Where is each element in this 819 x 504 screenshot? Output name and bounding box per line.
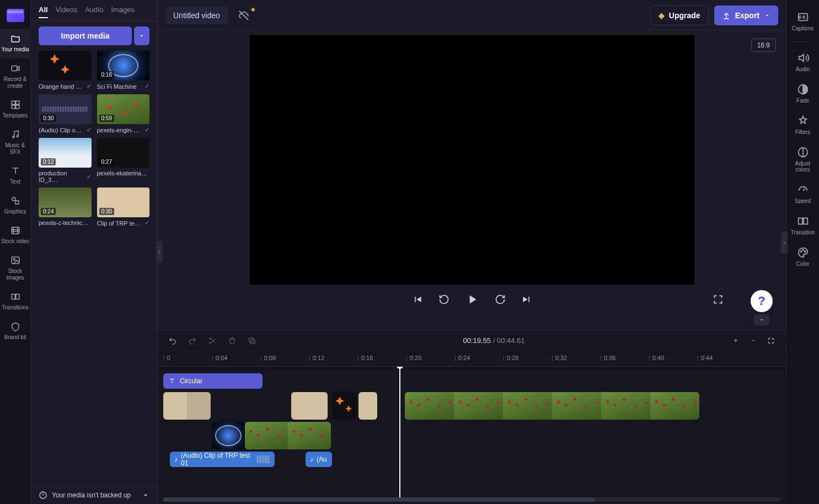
cloud-off-icon[interactable]: ◆ [238, 9, 250, 22]
split-button[interactable] [207, 336, 217, 346]
media-tab-videos[interactable]: Videos [56, 6, 78, 18]
track-video-b [158, 422, 786, 449]
sidebar-item-text[interactable]: Text [0, 161, 31, 191]
sidebar-item-brand-kit[interactable]: Brand kit [0, 317, 31, 346]
playhead[interactable] [399, 367, 400, 497]
zoom-out-button[interactable]: － [748, 336, 758, 346]
rail-item-adjust-colors[interactable]: Adjust colors [786, 142, 820, 179]
sidebar-item-transitions[interactable]: Transitions [0, 287, 31, 317]
transport-bar: ? [158, 286, 786, 313]
video-clip[interactable] [212, 422, 245, 449]
svg-point-11 [13, 259, 15, 260]
zoom-in-button[interactable]: ＋ [731, 336, 741, 346]
main-area: Untitled video ◆ ◆ Upgrade Export [158, 0, 786, 504]
video-clip[interactable] [358, 392, 377, 420]
media-item[interactable]: 0:59 pexels-engin-…✓ [97, 94, 150, 133]
media-grid: Orange hand …✓ 0:16 Sci Fi Machine✓ 0:30… [31, 51, 157, 234]
track-video-a [158, 392, 786, 420]
video-clip[interactable] [405, 392, 699, 420]
rail-item-audio[interactable]: Audio [786, 47, 820, 79]
collapse-rail-button[interactable]: › [781, 232, 788, 254]
fit-timeline-button[interactable] [766, 336, 776, 346]
rail-item-transition[interactable]: Transition [786, 211, 820, 242]
speed-icon [797, 184, 809, 196]
video-clip[interactable] [291, 392, 328, 420]
fullscreen-button[interactable] [711, 292, 725, 307]
backup-status-bar[interactable]: Your media isn't backed up [31, 485, 157, 504]
check-icon: ✓ [87, 173, 92, 180]
media-tab-images[interactable]: Images [111, 6, 135, 18]
import-media-button[interactable]: Import media [39, 26, 132, 45]
collapse-preview-button[interactable] [754, 314, 769, 325]
undo-button[interactable] [168, 336, 178, 346]
shapes-icon [9, 195, 22, 206]
export-label: Export [735, 11, 759, 20]
audio-clip[interactable]: ♪ (Audio) Clip of TRP test 01 [170, 452, 275, 467]
media-item[interactable]: 0:16 Sci Fi Machine✓ [97, 51, 150, 90]
redo-button[interactable] [188, 336, 197, 346]
preview-canvas[interactable] [249, 34, 695, 286]
transitions-icon [9, 291, 22, 302]
media-tab-all[interactable]: All [39, 6, 48, 18]
rail-item-captions[interactable]: Captions [786, 7, 820, 38]
rail-item-color[interactable]: Color [786, 242, 820, 274]
forward-button[interactable] [493, 292, 507, 307]
media-item[interactable]: 0:27 pexels-ekaterina… [97, 138, 150, 183]
video-clip[interactable] [163, 392, 211, 420]
media-name: Orange hand … [39, 83, 82, 90]
color-icon [797, 246, 809, 259]
sidebar-label: Text [10, 179, 20, 185]
sidebar-item-stock-images[interactable]: Stock images [0, 250, 31, 287]
diamond-icon: ◆ [659, 11, 665, 20]
chevron-down-icon [764, 12, 770, 19]
adjust-icon [797, 146, 809, 158]
music-icon: ♪ [174, 455, 178, 463]
delete-button[interactable] [227, 336, 237, 346]
timeline-scrollbar[interactable] [163, 497, 780, 502]
rail-item-speed[interactable]: Speed [786, 179, 820, 211]
sidebar-label: Brand kit [4, 334, 26, 341]
music-icon: ♪ [310, 455, 313, 463]
media-item[interactable]: 0:12 production ID_3…✓ [39, 138, 92, 183]
skip-start-button[interactable] [410, 292, 425, 307]
media-item[interactable]: Orange hand …✓ [39, 51, 92, 90]
text-clip[interactable]: Circular [163, 373, 263, 389]
svg-rect-0 [12, 66, 17, 71]
check-icon: ✓ [87, 83, 92, 90]
media-item[interactable]: 0:30 Clip of TRP te…✓ [97, 187, 150, 227]
sidebar-item-stock-video[interactable]: Stock video [0, 221, 31, 250]
sidebar-label: Record & create [1, 76, 30, 89]
svg-point-16 [210, 342, 211, 344]
sidebar-item-music-sfx[interactable]: Music & SFX [0, 125, 31, 161]
timeline-tracks[interactable]: Circular [158, 367, 786, 497]
skip-end-button[interactable] [520, 292, 534, 307]
svg-point-15 [210, 337, 211, 339]
duplicate-button[interactable] [247, 336, 257, 346]
media-item[interactable]: 0:24 pexels-c-technic… [39, 187, 92, 227]
aspect-ratio-button[interactable]: 16:9 [751, 39, 776, 52]
sidebar-item-record-create[interactable]: Record & create [0, 58, 31, 95]
rail-item-fade[interactable]: Fade [786, 79, 820, 110]
sidebar-item-your-media[interactable]: Your media [0, 29, 31, 58]
timeline-toolbar: 00:19.55 / 00:44.61 ＋ － [158, 330, 786, 351]
rail-item-filters[interactable]: Filters [786, 110, 820, 142]
play-button[interactable] [463, 291, 481, 308]
media-name: pexels-c-technic… [39, 219, 88, 226]
audio-clip[interactable]: ♪ (Au [306, 452, 332, 467]
sidebar-item-templates[interactable]: Templates [0, 95, 31, 125]
video-clip[interactable] [332, 392, 356, 420]
import-media-dropdown[interactable] [134, 26, 149, 45]
upgrade-button[interactable]: ◆ Upgrade [650, 6, 709, 25]
video-clip[interactable] [245, 422, 331, 449]
help-button[interactable]: ? [751, 290, 773, 312]
media-tab-audio[interactable]: Audio [85, 6, 103, 18]
timeline: 00:19.55 / 00:44.61 ＋ － 0 0:04 0:08 0:12… [158, 330, 786, 504]
sidebar-item-graphics[interactable]: Graphics [0, 191, 31, 221]
timeline-ruler[interactable]: 0 0:04 0:08 0:12 0:16 0:20 0:24 0:28 0:3… [158, 351, 786, 367]
svg-rect-10 [12, 257, 19, 264]
media-item[interactable]: 0:30 (Audio) Clip o…✓ [39, 94, 92, 133]
export-button[interactable]: Export [714, 6, 778, 25]
video-title-input[interactable]: Untitled video [165, 7, 228, 24]
rewind-button[interactable] [437, 292, 451, 307]
media-name: Clip of TRP te… [97, 220, 141, 227]
